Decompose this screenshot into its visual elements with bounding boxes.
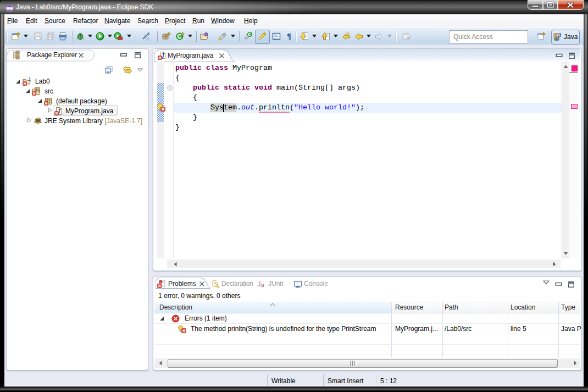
svg-text:J: J [28, 77, 31, 82]
svg-text:J: J [558, 32, 562, 38]
svg-text:¶: ¶ [287, 32, 291, 41]
svg-text:J: J [257, 280, 261, 288]
svg-text:u: u [261, 282, 264, 288]
